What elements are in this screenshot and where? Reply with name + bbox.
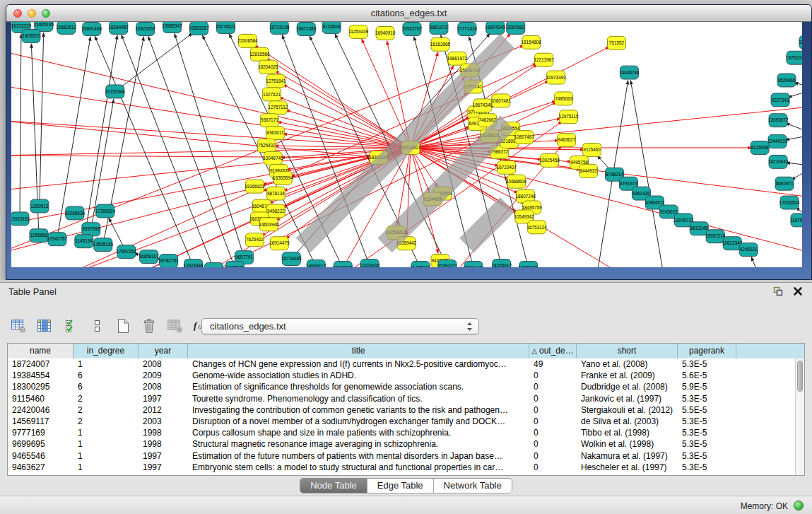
combo-arrows-icon: [466, 321, 473, 332]
table-cell: 2: [73, 393, 139, 404]
network-canvas[interactable]: 1631331921905195206835121405572208914061…: [11, 22, 802, 267]
close-panel-icon[interactable]: [792, 286, 804, 297]
table-cell: Stergiakouli et al. (2012): [577, 404, 678, 416]
column-header-short[interactable]: short: [577, 344, 678, 358]
table-cell: 2: [73, 416, 139, 427]
table-cell: 19384554: [8, 370, 73, 381]
table-header-row: namein_degreeyeartitle△out_de…shortpager…: [8, 344, 804, 359]
network-window-titlebar[interactable]: citations_edges.txt: [6, 5, 811, 22]
table-cell: Estimation of significance thresholds fo…: [188, 381, 529, 392]
table-cell: 1997: [139, 462, 188, 473]
table-cell: Tourette syndrome. Phenomenology and cla…: [188, 393, 529, 404]
float-panel-icon[interactable]: [772, 286, 784, 297]
table-cell: 1: [73, 450, 139, 462]
select-columns-button[interactable]: [62, 317, 79, 334]
table-cell: 14569117: [8, 416, 73, 427]
delete-table-button[interactable]: [167, 317, 184, 334]
table-cell: 5.9E-5: [678, 381, 736, 392]
table-cell: Dudbridge et al. (2008): [577, 381, 678, 392]
application-desktop: { "window": { "title": "citations_edges.…: [0, 0, 812, 514]
table-cell: 6: [73, 381, 139, 392]
show-columns-button[interactable]: [36, 317, 53, 334]
table-cell: 5.3E-5: [678, 438, 736, 450]
show-columns-icon: [37, 318, 52, 334]
column-header-in_degree[interactable]: in_degree: [73, 344, 139, 358]
table-cell: 1998: [139, 438, 188, 450]
memory-status-indicator[interactable]: [794, 501, 804, 510]
table-cell: 2003: [139, 416, 188, 427]
sort-ascending-icon: △: [531, 347, 537, 355]
table-row[interactable]: 977716911998Corpus callosum shape and si…: [8, 427, 795, 438]
table-row[interactable]: 2242004622012Investigating the contribut…: [8, 404, 795, 416]
table-cell: 2009: [139, 370, 188, 381]
table-row[interactable]: 1872400712008Changes of HCN gene express…: [8, 358, 795, 370]
table-cell: Yano et al. (2008): [577, 358, 678, 370]
table-cell: Embryonic stem cells: a model to study s…: [188, 462, 529, 473]
table-cell: 0: [529, 381, 577, 392]
table-cell: 2008: [139, 381, 188, 392]
new-column-button[interactable]: [114, 317, 131, 334]
table-cell: 0: [529, 450, 577, 462]
column-header-name[interactable]: name: [8, 344, 73, 358]
canvas-resize-grip[interactable]: [11, 22, 801, 266]
table-cell: Structural magnetic resonance image aver…: [188, 438, 529, 450]
tab-node-table[interactable]: Node Table: [300, 479, 367, 493]
table-cell: Corpus callosum shape and size in male p…: [188, 427, 529, 438]
column-header-out_de[interactable]: △out_de…: [529, 344, 577, 358]
delete-column-button[interactable]: [141, 317, 158, 334]
table-cell: 1: [73, 358, 139, 370]
table-cell: Hescheler et al. (1997): [577, 462, 678, 473]
delete-table-icon: [167, 318, 184, 334]
table-cell: 0: [529, 427, 577, 438]
table-row[interactable]: 946554611997Estimation of the future num…: [8, 450, 795, 462]
status-bar: Memory: OK: [0, 496, 812, 514]
new-document-icon: [115, 317, 131, 334]
table-row[interactable]: 946362711997Embryonic stem cells: a mode…: [8, 462, 795, 473]
table-scrollbar-thumb[interactable]: [797, 361, 803, 392]
table-scrollbar[interactable]: [795, 358, 804, 475]
table-cell: Changes of HCN gene expression and I(f) …: [188, 358, 529, 370]
table-settings-button[interactable]: [10, 317, 27, 334]
table-cell: 9699695: [8, 438, 73, 450]
table-row[interactable]: 1938455462009Genome-wide association stu…: [8, 370, 795, 381]
table-cell: Disruption of a novel member of a sodium…: [188, 416, 529, 427]
table-cell: de Silva et al. (2003): [577, 416, 678, 427]
table-cell: 9465546: [8, 450, 73, 462]
table-cell: 1: [73, 462, 139, 473]
node-attribute-table: namein_degreeyeartitle△out_de…shortpager…: [7, 343, 805, 476]
table-cell: 5.3E-5: [678, 462, 736, 473]
table-row[interactable]: 969969511998Structural magnetic resonanc…: [8, 438, 795, 450]
tab-network-table[interactable]: Network Table: [434, 479, 512, 493]
table-body: 1872400712008Changes of HCN gene express…: [8, 358, 795, 475]
column-header-filler: [736, 344, 804, 358]
table-cell: Jankovic et al. (1997): [577, 393, 678, 404]
table-cell: 5.3E-5: [678, 393, 736, 404]
graph-node-label: 9699695: [205, 267, 223, 267]
table-cell: 6: [73, 370, 139, 381]
table-panel-title: Table Panel: [8, 286, 57, 297]
row-options-button[interactable]: [88, 317, 105, 334]
network-window: citations_edges.txt 16313319219051952068…: [6, 4, 812, 280]
table-selector[interactable]: citations_edges.txt: [201, 318, 479, 334]
table-cell: 18300295: [8, 381, 73, 392]
column-header-title[interactable]: title: [188, 344, 529, 358]
table-selector-value: citations_edges.txt: [210, 321, 286, 332]
table-cell: 9463627: [8, 462, 73, 473]
table-cell: Wolkin et al. (1998): [577, 438, 678, 450]
table-row[interactable]: 1456911722003Disruption of a novel membe…: [8, 416, 795, 427]
table-cell: 0: [529, 404, 577, 416]
row-options-icon: [91, 318, 102, 334]
table-panel-header: Table Panel: [0, 283, 812, 301]
table-cell: 5.3E-5: [678, 416, 736, 427]
table-cell: 1: [73, 427, 139, 438]
table-cell: 9115460: [8, 393, 73, 404]
table-cell: 5.6E-5: [678, 370, 736, 381]
column-header-pagerank[interactable]: pagerank: [678, 344, 736, 358]
table-row[interactable]: 911546021997Tourette syndrome. Phenomeno…: [8, 393, 795, 404]
table-cell: 2008: [139, 358, 188, 370]
table-cell: Nakamura et al. (1997): [577, 450, 678, 462]
tab-edge-table[interactable]: Edge Table: [367, 479, 434, 493]
table-row[interactable]: 1830029562008Estimation of significance …: [8, 381, 795, 392]
column-header-year[interactable]: year: [139, 344, 188, 358]
table-cell: 0: [529, 462, 577, 473]
